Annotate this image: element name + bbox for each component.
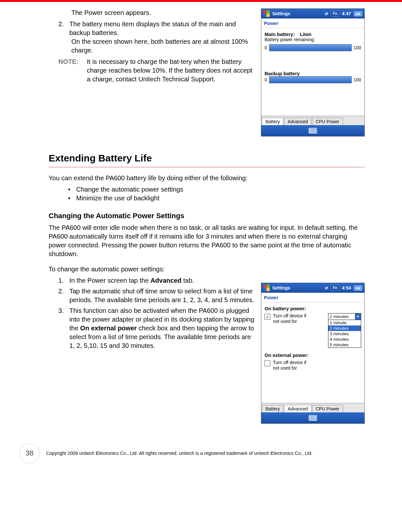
keyboard-icon[interactable] [309, 415, 317, 421]
main-battery-bar-row: 0 100 [265, 44, 361, 51]
backup-battery-bar-row: 0 100 [265, 76, 361, 83]
device2-tabs: Battery Advanced CPU Power [261, 403, 364, 412]
dropdown-list: 1 minute 2 minutes 3 minutes 4 minutes 5… [328, 320, 361, 348]
upper-text: The Power screen appears. 2. The battery… [49, 8, 254, 84]
device1-time: 4:47 [342, 11, 351, 16]
para-extend-intro: You can extend the PA600 battery life by… [49, 174, 365, 183]
bullet-list: •Change the automatic power settings •Mi… [49, 185, 365, 203]
device2-bottombar [261, 412, 364, 423]
dropdown-option[interactable]: 3 minutes [328, 331, 361, 337]
list-item-2-text: The battery menu item displays the statu… [69, 20, 254, 37]
tab-battery[interactable]: Battery [262, 118, 283, 125]
on-battery-text: Turn off device if not used for [273, 313, 312, 324]
heading-changing-auto-power: Changing the Automatic Power Settings [49, 212, 365, 220]
step-2-num: 2. [58, 287, 66, 304]
on-battery-label: On battery power: [265, 306, 361, 311]
dropdown-option[interactable]: 5 minutes [328, 342, 361, 348]
note-text: It is necessary to charge the bat-tery w… [87, 57, 254, 84]
steps-list: 1. In the Power screen tap the Advanced … [49, 276, 254, 350]
ok-button[interactable]: ok [354, 11, 362, 17]
keyboard-icon[interactable] [309, 128, 317, 134]
step-2-text: Tap the automatic shut off time arrow to… [69, 287, 254, 304]
copyright-text: Copyright 2009 unitech Electronics Co., … [46, 451, 313, 456]
content-area: The Power screen appears. 2. The battery… [0, 2, 402, 424]
dropdown-option[interactable]: 4 minutes [328, 337, 361, 342]
remaining-label: Battery power remaining: [265, 37, 361, 42]
note-block: NOTE: It is necessary to charge the bat-… [49, 57, 254, 84]
upper-row: The Power screen appears. 2. The battery… [49, 8, 365, 136]
step-3: 3. This function can also be activated w… [58, 306, 254, 350]
device2-titlebar: Settings ⇄ Fn 4:54 ok [261, 283, 364, 293]
para-auto-power-desc: The PA600 will enter idle mode when ther… [49, 223, 365, 258]
tab-advanced[interactable]: Advanced [284, 405, 311, 412]
fn-indicator: Fn [331, 285, 339, 291]
page: The Power screen appears. 2. The battery… [0, 0, 402, 473]
screenshot-power-advanced: Settings ⇄ Fn 4:54 ok Power On battery p… [261, 283, 365, 424]
step-1: 1. In the Power screen tap the Advanced … [58, 276, 254, 285]
device1-body: Main battery: LiIon Battery power remain… [261, 28, 364, 116]
device2-time: 4:54 [342, 285, 351, 290]
device1-bottombar [261, 125, 364, 136]
step-3-text: This function can also be activated when… [69, 306, 254, 350]
device1-tabs: Battery Advanced CPU Power [261, 116, 364, 125]
connectivity-icon[interactable]: ⇄ [325, 11, 328, 16]
tab-cpu-power[interactable]: CPU Power [312, 118, 343, 125]
lower-text: 1. In the Power screen tap the Advanced … [49, 276, 254, 352]
device2-body: On battery power: ✓ Turn off device if n… [261, 302, 364, 403]
device2-subtitle: Power [261, 293, 364, 302]
backup-battery-label: Backup battery [265, 71, 361, 76]
tab-cpu-power[interactable]: CPU Power [312, 405, 343, 412]
bar-max: 100 [354, 45, 361, 50]
bar-max-2: 100 [354, 77, 361, 82]
note-label: NOTE: [58, 57, 81, 84]
device1-subtitle: Power [261, 18, 364, 28]
connectivity-icon[interactable]: ⇄ [325, 286, 328, 290]
on-battery-row: ✓ Turn off device if not used for 2 minu… [265, 313, 361, 348]
para-charge-status: On the screen shown here, both batteries… [49, 37, 254, 55]
bar-min-2: 0 [265, 77, 267, 82]
tab-battery[interactable]: Battery [262, 405, 283, 412]
list-item-2-num: 2. [58, 20, 66, 37]
device1-titlebar: Settings ⇄ Fn 4:47 ok [261, 9, 364, 18]
screenshot-power-battery: Settings ⇄ Fn 4:47 ok Power Main battery… [261, 8, 365, 136]
on-external-text: Turn off device if not used for [273, 360, 312, 371]
dropdown-option[interactable]: 1 minute [328, 320, 361, 325]
footer: 38 Copyright 2009 unitech Electronics Co… [0, 443, 402, 473]
dropdown-option-selected[interactable]: 2 minutes [328, 325, 361, 331]
bar-min: 0 [265, 45, 267, 50]
main-battery-label: Main battery: [265, 31, 295, 37]
on-external-row: Turn off device if not used for [265, 360, 361, 371]
backup-battery-bar [269, 76, 352, 83]
on-external-checkbox[interactable] [265, 361, 270, 366]
dropdown-selected: 2 minutes [328, 313, 355, 320]
on-external-label: On external power: [265, 352, 361, 358]
time-dropdown[interactable]: 2 minutes ▼ 1 minute 2 minutes 3 minutes… [328, 313, 361, 348]
chevron-down-icon[interactable]: ▼ [355, 313, 361, 320]
main-battery-bar [269, 44, 352, 51]
on-battery-checkbox[interactable]: ✓ [265, 314, 270, 320]
heading-extending-battery-life: Extending Battery Life [49, 153, 365, 167]
main-battery-type: LiIon [300, 31, 312, 37]
lower-row: 1. In the Power screen tap the Advanced … [49, 276, 365, 424]
page-number: 38 [19, 443, 40, 463]
step-1-num: 1. [58, 276, 66, 285]
start-icon[interactable] [263, 285, 270, 291]
bullet-1: Change the automatic power settings [76, 185, 183, 194]
list-item-2: 2. The battery menu item displays the st… [49, 20, 254, 37]
fn-indicator: Fn [331, 11, 339, 17]
bullet-2: Minimize the use of backlight [76, 194, 160, 203]
step-2: 2. Tap the automatic shut off time arrow… [58, 287, 254, 304]
tab-advanced[interactable]: Advanced [284, 118, 311, 125]
para-to-change: To change the automatic power settings: [49, 265, 365, 274]
step-1-text: In the Power screen tap the Advanced tab… [69, 276, 194, 285]
start-icon[interactable] [263, 10, 270, 17]
device2-title: Settings [272, 285, 290, 290]
device1-title: Settings [272, 11, 290, 16]
step-3-num: 3. [58, 306, 66, 350]
para-power-screen: The Power screen appears. [49, 8, 254, 17]
ok-button[interactable]: ok [354, 285, 362, 291]
